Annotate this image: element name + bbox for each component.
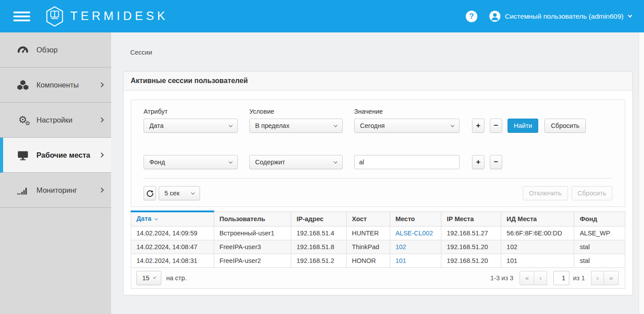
cell-5: 192.168.51.20	[441, 254, 501, 267]
refresh-button[interactable]	[144, 186, 156, 200]
signal-bars-icon	[16, 184, 29, 196]
cell-0: 14.02.2024, 14:09:59	[131, 226, 214, 240]
chevron-right-icon	[99, 82, 104, 87]
gears-icon: ⚙⚙	[16, 115, 29, 125]
page-number-input[interactable]	[553, 271, 569, 285]
breadcrumb: Сессии	[123, 49, 633, 56]
attribute-select-2[interactable]: Фонд	[144, 155, 238, 169]
user-avatar-icon	[489, 10, 501, 22]
sidebar-item-components[interactable]: Компоненты	[0, 68, 111, 103]
cell-1: FreeIPA-user3	[214, 240, 291, 254]
user-name: Системный пользователь (admin609)	[505, 12, 624, 20]
attribute-select[interactable]: Дата	[144, 119, 238, 133]
remove-filter-button-2[interactable]: −	[490, 155, 502, 169]
chevron-right-icon	[99, 117, 104, 122]
first-page-button[interactable]: «	[520, 271, 534, 285]
sidebar-item-overview[interactable]: Обзор	[0, 32, 111, 68]
cell-2: 192.168.51.8	[291, 240, 347, 254]
brand-name: TERMIDESK	[70, 9, 168, 23]
sidebar-item-label: Настройки	[36, 116, 92, 124]
table-row: 14.02.2024, 14:08:31FreeIPA-user2192.168…	[131, 254, 625, 267]
column-header-4[interactable]: Место	[390, 211, 441, 226]
condition-select-2[interactable]: Содержит	[249, 155, 343, 169]
cell-0: 14.02.2024, 14:08:47	[131, 240, 214, 254]
cell-1: Встроенный-user1	[214, 226, 291, 240]
value-label: Значение	[354, 108, 460, 115]
condition-select[interactable]: В пределах	[249, 119, 343, 133]
sidebar-item-label: Мониторинг	[36, 186, 92, 195]
user-menu[interactable]: Системный пользователь (admin609)	[489, 10, 632, 22]
chevron-down-icon	[191, 191, 195, 194]
sidebar-item-settings[interactable]: ⚙⚙ Настройки	[0, 103, 111, 138]
reset-sessions-button[interactable]: Сбросить	[572, 186, 612, 200]
column-header-1[interactable]: Пользователь	[214, 211, 291, 226]
workplace-link[interactable]: ALSE-CL002	[390, 226, 441, 240]
column-header-6[interactable]: ИД Места	[501, 211, 574, 226]
column-header-3[interactable]: Хост	[346, 211, 390, 226]
table-row: 14.02.2024, 14:09:59Встроенный-user1192.…	[131, 226, 625, 240]
page-of-label: из 1	[573, 274, 585, 282]
sort-desc-icon	[155, 217, 158, 220]
sidebar-item-monitoring[interactable]: Мониторинг	[0, 173, 111, 208]
value-select[interactable]: Сегодня	[354, 119, 460, 133]
chevron-down-icon	[153, 276, 156, 279]
sidebar-item-label: Компоненты	[36, 81, 92, 89]
sessions-table: ДатаПользовательIP-адресХостМестоIP Мест…	[131, 211, 625, 268]
add-filter-button[interactable]: +	[472, 119, 484, 133]
page-size-select[interactable]: 15	[136, 271, 161, 285]
disconnect-button[interactable]: Отключить	[523, 186, 568, 200]
prev-page-button[interactable]: ‹	[534, 271, 547, 285]
attribute-label: Атрибут	[144, 108, 238, 115]
chevron-right-icon	[99, 187, 104, 192]
cell-1: FreeIPA-user2	[214, 254, 291, 267]
last-page-button[interactable]: »	[604, 271, 619, 285]
sidebar: Обзор Компоненты ⚙⚙ Настройки	[0, 32, 111, 314]
pagination-range: 1-3 из 3	[490, 274, 513, 282]
value-input[interactable]	[354, 155, 460, 169]
remove-filter-button[interactable]: −	[490, 119, 502, 133]
cell-5: 192.168.51.20	[441, 240, 501, 254]
sidebar-item-label: Рабочие места	[36, 151, 92, 159]
chevron-down-icon	[628, 13, 632, 18]
help-icon[interactable]: ?	[466, 11, 477, 22]
chevron-right-icon	[99, 152, 104, 157]
cell-3: ThinkPad	[346, 240, 390, 254]
cell-0: 14.02.2024, 14:08:31	[131, 254, 214, 267]
chevron-down-icon	[229, 123, 232, 127]
column-header-0[interactable]: Дата	[131, 211, 214, 226]
workplace-link[interactable]: 102	[390, 240, 441, 254]
cubes-icon	[16, 79, 29, 91]
table-header-row: ДатаПользовательIP-адресХостМестоIP Мест…	[131, 211, 625, 226]
cell-2: 192.168.51.4	[291, 226, 347, 240]
panel-header: Активные сессии пользователей	[124, 72, 632, 91]
search-button[interactable]: Найти	[508, 119, 538, 133]
chevron-down-icon	[229, 159, 232, 163]
column-header-5[interactable]: IP Места	[441, 211, 501, 226]
column-header-2[interactable]: IP-адрес	[291, 211, 347, 226]
refresh-icon	[146, 190, 154, 197]
add-filter-button-2[interactable]: +	[472, 155, 484, 169]
cell-5: 192.168.51.27	[441, 226, 501, 240]
main-content: Сессии Активные сессии пользователей Атр…	[111, 32, 644, 314]
monitor-icon	[16, 149, 29, 161]
condition-label: Условие	[249, 108, 343, 115]
table-footer: 15 на стр. 1-3 из 3 « ‹ из 1 ›	[131, 268, 625, 289]
cell-3: HUNTER	[346, 226, 390, 240]
filter-box: Атрибут Дата Условие В пределах	[131, 99, 625, 207]
termidesk-logo: TERMIDESK	[45, 6, 168, 27]
chevron-down-icon	[334, 159, 337, 163]
sidebar-item-workplaces[interactable]: Рабочие места	[0, 138, 111, 173]
cell-6: 101	[501, 254, 574, 267]
hamburger-menu-icon[interactable]	[13, 10, 32, 23]
cell-7: stal	[574, 240, 625, 254]
workplace-link[interactable]: 101	[390, 254, 441, 267]
cell-7: ALSE_WP	[574, 226, 625, 240]
page-title: Активные сессии пользователей	[131, 77, 248, 84]
refresh-interval-select[interactable]: 5 сек	[159, 186, 200, 200]
next-page-button[interactable]: ›	[591, 271, 604, 285]
dashboard-icon	[16, 44, 29, 56]
reset-filters-button[interactable]: Сбросить	[544, 119, 585, 133]
page-scrollbar[interactable]	[639, 32, 644, 314]
top-header: TERMIDESK ? Системный пользователь (admi…	[0, 0, 644, 32]
column-header-7[interactable]: Фонд	[574, 211, 625, 226]
